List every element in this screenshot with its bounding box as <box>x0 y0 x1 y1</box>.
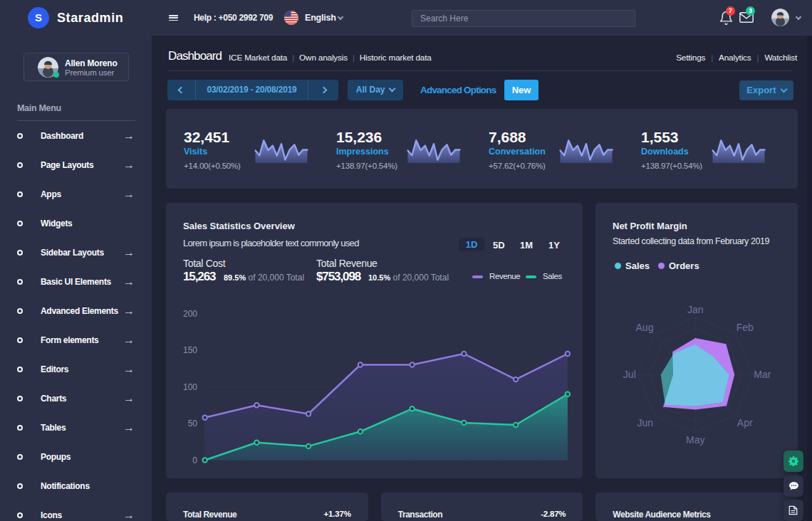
svg-text:0: 0 <box>192 456 197 465</box>
svg-text:Feb: Feb <box>736 322 754 333</box>
svg-text:100: 100 <box>183 382 197 392</box>
svg-text:150: 150 <box>183 345 197 355</box>
svg-text:200: 200 <box>183 309 197 319</box>
svg-text:Apr: Apr <box>737 417 753 428</box>
svg-text:Jan: Jan <box>687 304 704 315</box>
svg-text:Aug: Aug <box>636 322 654 333</box>
svg-text:Jun: Jun <box>637 417 653 428</box>
svg-text:Jul: Jul <box>623 369 636 380</box>
svg-text:May: May <box>686 434 704 446</box>
svg-text:50: 50 <box>188 419 198 428</box>
svg-text:Mar: Mar <box>754 369 771 380</box>
